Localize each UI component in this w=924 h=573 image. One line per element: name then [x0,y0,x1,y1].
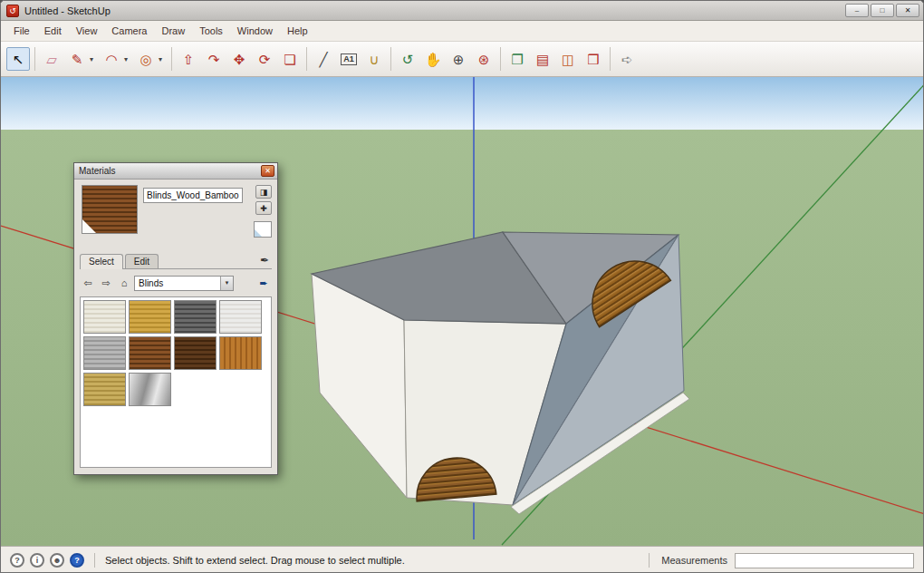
menu-view[interactable]: View [69,21,105,42]
tab-edit[interactable]: Edit [125,254,159,268]
toolbar-separator [500,47,501,71]
material-swatch-8[interactable] [219,336,262,370]
menu-bar: FileEditViewCameraDrawToolsWindowHelp [1,21,923,42]
menu-help[interactable]: Help [280,21,315,42]
zoom-extents-tool-button[interactable]: ⊛ [472,47,496,71]
menu-draw[interactable]: Draw [154,21,192,42]
styles-browser-icon: ◫ [562,53,574,66]
materials-dialog-body: ◨✚ Select Edit ✒ ⇦ ⇨ ⌂ Blinds ▼ [74,180,277,473]
window-controls: – □ ✕ [845,4,919,17]
arc-tool-icon: ◠ [105,53,117,66]
collection-dropdown-value: Blinds [139,278,163,288]
in-model-home-button[interactable]: ⌂ [116,276,132,290]
title-bar[interactable]: ↺ Untitled - SketchUp – □ ✕ [1,1,923,21]
toolbar-separator [306,47,307,71]
circle-tool-icon: ◎ [140,53,151,66]
material-swatch-6[interactable] [129,336,171,370]
tape-measure-tool-button[interactable]: ╱ [312,47,335,71]
dropdown-arrow-icon[interactable]: ▼ [220,277,233,290]
create-material-button[interactable]: ✚ [255,201,272,215]
move-tool-icon: ✥ [234,53,245,66]
line-tool-dropdown[interactable]: ▾ [90,55,98,63]
rotate-tool-button[interactable]: ⟳ [253,47,276,71]
status-bar: ?i☻? Select objects. Shift to extend sel… [1,546,923,573]
close-button[interactable]: ✕ [896,4,919,17]
menu-tools[interactable]: Tools [192,21,230,42]
model-info-icon[interactable]: i [30,553,44,568]
material-swatch-3[interactable] [174,300,217,334]
materials-nav-row: ⇦ ⇨ ⌂ Blinds ▼ ➨ [80,275,272,291]
select-tool-button[interactable]: ↖ [6,47,30,71]
circle-tool-button[interactable]: ◎ [134,47,158,71]
materials-dialog: Materials ✕ ◨✚ Select Edit ✒ ⇦ [73,162,278,475]
menu-window[interactable]: Window [230,21,280,42]
layers-manager-button[interactable]: ❒ [582,47,605,71]
measurements-input[interactable] [735,553,914,568]
followme-tool-button[interactable]: ↷ [202,47,226,71]
materials-dialog-close-button[interactable]: ✕ [261,165,274,177]
material-swatch-4[interactable] [219,300,262,334]
material-swatch-7[interactable] [174,336,217,370]
export-icon: ➪ [621,53,633,66]
orbit-tool-icon: ↺ [402,53,414,66]
dimension-tool-icon: A1 [341,53,357,65]
line-tool-button[interactable]: ✎ [65,47,89,71]
materials-dialog-titlebar[interactable]: Materials ✕ [74,163,277,180]
sketchup-window: ↺ Untitled - SketchUp – □ ✕ FileEditView… [0,0,924,573]
measurements-label: Measurements [661,555,727,566]
pushpull-tool-button[interactable]: ⇧ [177,47,200,71]
paint-bucket-tool-icon: ∪ [370,53,380,66]
offset-tool-button[interactable]: ❏ [278,47,302,71]
pan-tool-icon: ✋ [425,53,442,66]
dimension-tool-button[interactable]: A1 [337,47,361,71]
material-swatch-5[interactable] [83,336,126,370]
zoom-tool-button[interactable]: ⊕ [447,47,470,71]
menu-edit[interactable]: Edit [37,21,69,42]
styles-browser-button[interactable]: ◫ [556,47,580,71]
tab-select[interactable]: Select [80,254,123,269]
material-swatch-1[interactable] [83,300,126,334]
component-browser-button[interactable]: ❐ [505,47,529,71]
forward-button[interactable]: ⇨ [98,276,114,290]
menu-file[interactable]: File [6,21,37,42]
eraser-tool-button[interactable]: ▱ [40,47,63,71]
context-help-icon[interactable]: ? [10,553,24,568]
details-arrow-button[interactable]: ➨ [255,276,272,290]
logo-glyph: ↺ [9,6,16,15]
materials-browser-icon: ▤ [536,53,549,66]
sample-paint-icon[interactable]: ✒ [257,254,272,268]
help-center-icon[interactable]: ? [70,553,84,568]
arc-tool-button[interactable]: ◠ [100,47,123,71]
measurements-group: Measurements [644,553,914,568]
viewport-3d[interactable]: Materials ✕ ◨✚ Select Edit ✒ ⇦ [1,77,923,546]
orbit-tool-button[interactable]: ↺ [396,47,419,71]
maximize-button[interactable]: □ [871,4,894,17]
paint-bucket-tool-button[interactable]: ∪ [362,47,386,71]
material-name-input[interactable] [143,188,243,203]
material-swatch-9[interactable] [83,373,126,406]
side-button-column: ◨✚ [255,185,272,215]
rotate-tool-icon: ⟳ [259,53,271,66]
move-tool-button[interactable]: ✥ [227,47,251,71]
materials-browser-button[interactable]: ▤ [531,47,554,71]
minimize-button[interactable]: – [845,4,869,17]
collection-dropdown[interactable]: Blinds ▼ [134,276,234,291]
swatch-grid [80,296,272,468]
sign-in-icon[interactable]: ☻ [50,553,64,568]
circle-tool-dropdown[interactable]: ▾ [159,55,167,63]
preview-fold-corner [82,219,96,233]
material-swatch-10[interactable] [129,373,171,406]
arc-tool-dropdown[interactable]: ▾ [124,55,132,63]
tape-measure-tool-icon: ╱ [319,53,327,66]
layers-manager-icon: ❒ [587,53,599,66]
pushpull-tool-icon: ⇧ [183,53,195,66]
display-secondary-pane-button[interactable]: ◨ [255,185,272,199]
back-button[interactable]: ⇦ [80,276,96,290]
component-browser-icon: ❐ [511,53,523,66]
sketchup-logo-icon: ↺ [6,5,19,17]
default-material-button[interactable] [254,221,272,238]
menu-camera[interactable]: Camera [104,21,154,42]
pan-tool-button[interactable]: ✋ [421,47,445,71]
material-swatch-2[interactable] [129,300,171,334]
export-button[interactable]: ➪ [615,47,639,71]
